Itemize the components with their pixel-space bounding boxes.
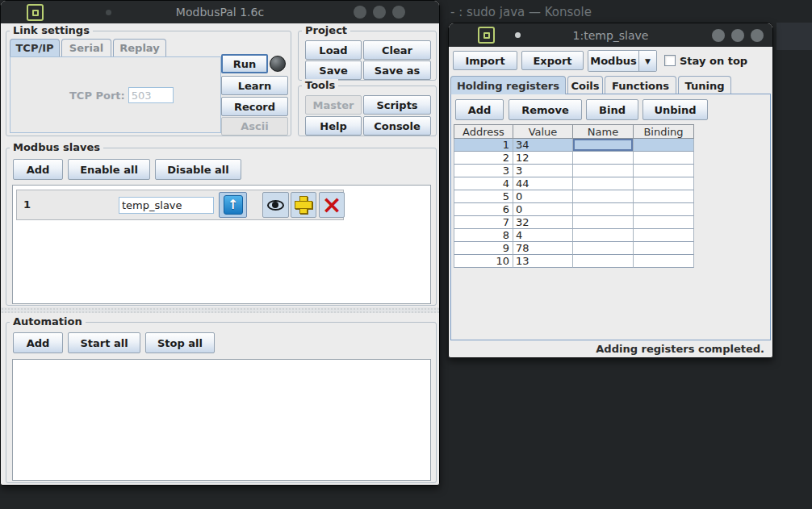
table-row[interactable]: 60 [454,203,694,216]
cell-address[interactable]: 8 [454,229,513,242]
table-row[interactable]: 978 [454,242,694,255]
tab-serial[interactable]: Serial [61,39,111,56]
close-button[interactable] [751,29,764,42]
table-row[interactable]: 33 [454,165,694,177]
save-as-button[interactable]: Save as [363,60,431,80]
help-button[interactable]: Help [305,116,362,136]
cell-binding[interactable] [634,255,694,268]
modbuspal-titlebar[interactable]: ModbusPal 1.6c [1,1,439,23]
cell-value[interactable]: 0 [513,203,573,216]
table-row[interactable]: 1013 [454,255,694,268]
learn-button[interactable]: Learn [221,76,288,95]
cell-binding[interactable] [634,152,694,165]
run-button[interactable]: Run [221,54,268,73]
slave-editor-titlebar[interactable]: 1:temp_slave [449,23,772,47]
cell-binding[interactable] [634,165,694,177]
cell-name[interactable] [573,190,634,203]
cell-address[interactable]: 10 [454,255,513,268]
slave-duplicate-button[interactable] [291,192,316,218]
unbind-button[interactable]: Unbind [642,99,708,120]
cell-address[interactable]: 2 [454,152,513,165]
tab-tuning[interactable]: Tuning [678,76,731,94]
register-add-button[interactable]: Add [455,99,504,120]
tcp-port-field[interactable] [128,87,174,103]
import-button[interactable]: Import [453,51,517,70]
slave-name-field[interactable] [119,197,214,214]
tab-tcpip[interactable]: TCP/IP [10,39,60,56]
mode-select[interactable]: Modbus ▼ [588,50,657,72]
cell-value[interactable]: 12 [513,152,573,165]
cell-name[interactable] [573,242,634,255]
minimize-button[interactable] [354,6,366,19]
register-remove-button[interactable]: Remove [509,99,582,120]
cell-binding[interactable] [634,203,694,216]
table-row[interactable]: 732 [454,216,694,229]
cell-address[interactable]: 1 [454,139,513,152]
load-button[interactable]: Load [305,40,362,60]
cell-address[interactable]: 7 [454,216,513,229]
start-all-button[interactable]: Start all [68,332,140,353]
cell-name[interactable] [573,203,634,216]
cell-address[interactable]: 6 [454,203,513,216]
cell-value[interactable]: 13 [513,255,573,268]
disable-all-button[interactable]: Disable all [155,159,241,180]
clear-button[interactable]: Clear [363,40,431,60]
cell-value[interactable]: 3 [513,165,573,177]
registers-table-header[interactable]: Address Value Name Binding [454,124,694,139]
tab-functions[interactable]: Functions [605,76,676,94]
col-name[interactable]: Name [573,124,634,139]
cell-value[interactable]: 44 [513,177,573,190]
cell-value[interactable]: 34 [513,139,573,152]
automation-add-button[interactable]: Add [13,332,63,353]
bind-button[interactable]: Bind [586,99,638,120]
cell-name[interactable] [573,229,634,242]
table-row[interactable]: 444 [454,177,694,190]
close-button[interactable] [392,6,405,19]
chevron-down-icon[interactable]: ▼ [638,51,656,71]
cell-value[interactable]: 4 [513,229,573,242]
cell-address[interactable]: 5 [454,190,513,203]
maximize-button[interactable] [373,6,386,19]
splitpane-divider[interactable] [1,307,440,313]
stay-on-top-checkbox[interactable] [664,55,676,66]
stop-all-button[interactable]: Stop all [145,332,215,353]
cell-value[interactable]: 32 [513,216,573,229]
slave-enable-toggle[interactable]: ↑ [219,192,247,218]
cell-address[interactable]: 3 [454,165,513,177]
cell-name[interactable] [573,152,634,165]
cell-name[interactable] [573,216,634,229]
table-row[interactable]: 134 [454,139,694,152]
minimize-button[interactable] [712,29,725,42]
cell-binding[interactable] [634,177,694,190]
cell-name[interactable] [573,139,634,152]
cell-name[interactable] [573,165,634,177]
tab-coils[interactable]: Coils [567,76,603,94]
col-binding[interactable]: Binding [634,124,694,139]
maximize-button[interactable] [731,29,744,42]
cell-binding[interactable] [634,139,694,152]
cell-name[interactable] [573,255,634,268]
tab-holding-registers[interactable]: Holding registers [450,76,566,94]
scripts-button[interactable]: Scripts [363,95,431,115]
table-row[interactable]: 212 [454,152,694,165]
save-button[interactable]: Save [305,60,362,80]
slave-delete-button[interactable]: × [319,192,345,218]
col-value[interactable]: Value [513,124,573,139]
cell-value[interactable]: 78 [513,242,573,255]
cell-address[interactable]: 9 [454,242,513,255]
record-button[interactable]: Record [221,97,288,116]
cell-binding[interactable] [634,229,694,242]
cell-address[interactable]: 4 [454,177,513,190]
export-button[interactable]: Export [521,51,584,70]
slave-add-button[interactable]: Add [13,159,63,180]
cell-binding[interactable] [634,190,694,203]
enable-all-button[interactable]: Enable all [68,159,150,180]
table-row[interactable]: 50 [454,190,694,203]
console-button[interactable]: Console [363,116,431,136]
slave-row[interactable]: 1 ↑ × [16,190,344,220]
slave-view-button[interactable] [262,192,289,218]
cell-binding[interactable] [634,216,694,229]
cell-name[interactable] [573,177,634,190]
cell-binding[interactable] [634,242,694,255]
cell-value[interactable]: 0 [513,190,573,203]
